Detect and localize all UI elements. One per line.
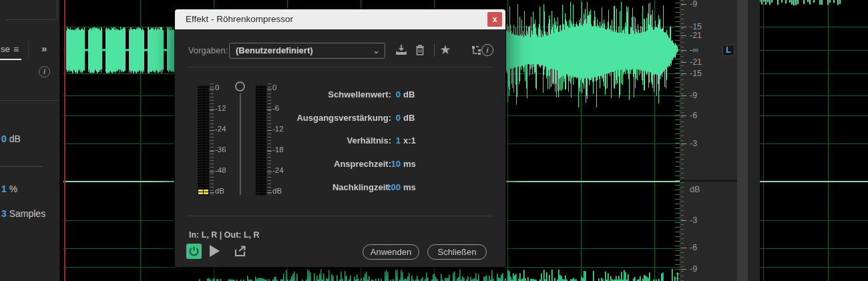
divider — [188, 216, 492, 216]
close-window-button[interactable]: x — [487, 12, 502, 27]
ruler-major-tick — [681, 220, 686, 221]
ruler-label: -9 — [690, 264, 697, 274]
effect-power-toggle[interactable] — [186, 244, 202, 259]
ruler-major-tick — [681, 73, 686, 74]
ruler-label: -9 — [690, 0, 697, 9]
ruler-label: -3 — [690, 139, 697, 148]
param-label: Ausgangsverstärkung: — [175, 111, 391, 125]
param-value[interactable]: 100 — [375, 181, 401, 194]
ruler-major-tick — [681, 115, 686, 116]
ruler-major-tick — [681, 269, 686, 270]
param-row-ratio: Verhältnis: 1 x:1 — [175, 134, 495, 148]
ruler-label: -15 — [690, 22, 702, 31]
param-value[interactable]: 1 — [375, 134, 401, 148]
left-dock-panel: se ≡ » i 0 dB 1 % 3 Samples — [0, 0, 60, 281]
ruler-label: -3 — [690, 216, 697, 225]
ruler-label: -6 — [690, 111, 697, 120]
info-icon[interactable]: i — [481, 41, 497, 59]
meter-major-tick — [210, 172, 214, 172]
apply-button[interactable]: Anwenden — [363, 244, 419, 260]
panel-menu-icon[interactable]: ≡ — [13, 44, 19, 55]
ruler-label: -21 — [690, 57, 702, 67]
ruler-major-tick — [681, 35, 686, 36]
presets-dropdown[interactable]: (Benutzerdefiniert) ⌄ — [229, 43, 385, 59]
param-value[interactable]: 10 — [375, 158, 401, 171]
ruler-major-tick — [681, 62, 686, 63]
ruler-major-tick — [681, 27, 686, 27]
percent-readout[interactable]: 1 % — [1, 184, 17, 194]
param-label: Verhältnis: — [175, 134, 391, 148]
effect-dialog: Effekt - Röhrenkompressor x Vorgaben: (B… — [175, 9, 505, 267]
param-label: Nachklingzeit: — [175, 181, 391, 194]
dialog-titlebar[interactable]: Effekt - Röhrenkompressor x — [175, 9, 505, 29]
meter-major-tick — [267, 172, 272, 172]
ruler-major-tick — [681, 4, 686, 5]
param-label: Ansprechzeit: — [175, 158, 391, 171]
param-row-attack: Ansprechzeit: 10 ms — [175, 158, 495, 171]
panel-tab-label[interactable]: se — [1, 44, 10, 54]
ruler-label: -9 — [690, 91, 697, 100]
gain-readout[interactable]: 0 dB — [1, 133, 21, 144]
play-list-icon[interactable] — [234, 244, 248, 261]
meter-major-tick — [267, 130, 272, 131]
ruler-minor-ticks — [681, 0, 684, 281]
meter-major-tick — [267, 151, 272, 152]
chevron-down-icon: ⌄ — [373, 43, 380, 58]
save-preset-icon[interactable] — [393, 41, 409, 59]
close-button[interactable]: Schließen — [427, 244, 487, 260]
io-channels-label: In: L, R | Out: L, R — [189, 230, 260, 240]
ruler-label: -6 — [690, 243, 697, 252]
panel-frame — [5, 0, 57, 20]
ruler-major-tick — [681, 95, 686, 96]
param-value[interactable]: 0 — [375, 88, 401, 101]
divider — [188, 67, 492, 67]
channel-divider-line — [680, 180, 738, 182]
ruler-label: -21 — [690, 31, 702, 40]
divider — [0, 100, 59, 101]
amplitude-ruler[interactable]: L -9-15-21-∞-21-15-9-6-3dB-3-6-9 — [680, 0, 737, 281]
divider — [28, 41, 29, 59]
active-tab-underline — [0, 59, 21, 60]
panel-gutter — [748, 0, 760, 281]
audition-workspace: L -9-15-21-∞-21-15-9-6-3dB-3-6-9 se ≡ » … — [0, 0, 868, 281]
delete-preset-icon[interactable] — [412, 41, 428, 59]
meter-major-tick — [210, 151, 214, 152]
panel-collapse-icon[interactable]: » — [41, 43, 47, 54]
ruler-major-tick — [681, 248, 686, 248]
samples-readout[interactable]: 3 Samples — [1, 208, 45, 219]
divider — [434, 44, 435, 57]
param-label: Schwellenwert: — [175, 88, 391, 101]
ruler-label: -15 — [690, 69, 702, 78]
ruler-major-tick — [681, 50, 686, 51]
param-row-threshold: Schwellenwert: 0 dB — [175, 88, 495, 101]
info-icon[interactable]: i — [39, 66, 50, 77]
ruler-label: -∞ — [690, 45, 698, 55]
dialog-title: Effekt - Röhrenkompressor — [186, 9, 293, 29]
preview-play-button[interactable] — [210, 245, 220, 257]
meter-major-tick — [210, 130, 214, 131]
param-row-output-gain: Ausgangsverstärkung: 0 dB — [175, 111, 495, 125]
favorite-star-icon[interactable]: ★ — [437, 41, 453, 59]
presets-label: Vorgaben: — [188, 43, 228, 59]
param-value[interactable]: 0 — [375, 111, 401, 125]
ruler-label: dB — [690, 185, 700, 194]
channel-badge-left: L — [722, 45, 734, 56]
divider — [0, 166, 43, 167]
vertical-scrollbar[interactable] — [737, 0, 748, 281]
param-row-release: Nachklingzeit: 100 ms — [175, 181, 495, 194]
meter-major-tick — [267, 109, 272, 110]
ruler-major-tick — [681, 144, 686, 144]
meter-major-tick — [210, 109, 214, 110]
